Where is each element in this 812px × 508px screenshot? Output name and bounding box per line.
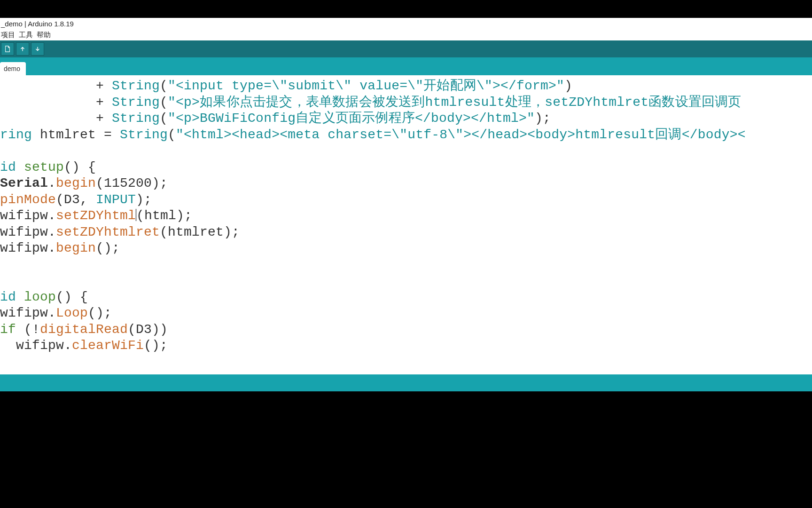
status-bar	[0, 374, 812, 391]
text-cursor	[136, 209, 136, 221]
new-button[interactable]	[1, 42, 14, 56]
letterbox-bottom	[0, 391, 812, 508]
arduino-ide-window: _demo | Arduino 1.8.19 项目 工具 帮助 demo + S…	[0, 18, 812, 391]
code-editor[interactable]: + String("<input type=\"submit\" value=\…	[0, 75, 812, 374]
menu-project[interactable]: 项目	[0, 31, 16, 40]
menu-help[interactable]: 帮助	[36, 31, 52, 40]
menu-tools[interactable]: 工具	[18, 31, 34, 40]
letterbox-top	[0, 0, 812, 18]
tab-label: demo	[4, 65, 20, 72]
upload-button[interactable]	[16, 42, 29, 56]
download-icon	[34, 46, 41, 52]
title-bar: _demo | Arduino 1.8.19	[0, 18, 812, 29]
menu-bar: 项目 工具 帮助	[0, 29, 812, 40]
window-title: _demo | Arduino 1.8.19	[1, 20, 74, 28]
tab-demo[interactable]: demo	[0, 62, 26, 75]
new-icon	[4, 46, 11, 52]
tool-bar	[0, 40, 812, 57]
tab-bar: demo	[0, 57, 812, 75]
code-content: + String("<input type=\"submit\" value=\…	[0, 75, 812, 354]
serial-object: Serial	[0, 176, 48, 190]
upload-icon	[19, 46, 26, 52]
download-button[interactable]	[31, 42, 44, 56]
